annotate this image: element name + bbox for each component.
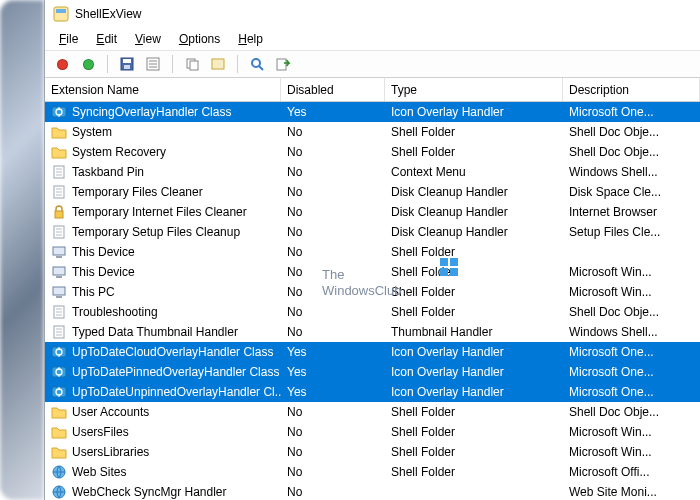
- cell-name: System Recovery: [72, 145, 166, 159]
- svg-rect-11: [212, 59, 224, 69]
- find-icon[interactable]: [246, 53, 268, 75]
- table-row[interactable]: TroubleshootingNoShell FolderShell Doc O…: [45, 302, 700, 322]
- app-icon: [53, 6, 69, 22]
- cell-disabled: No: [281, 182, 385, 202]
- cell-description: Shell Doc Obje...: [563, 302, 700, 322]
- header-disabled[interactable]: Disabled: [281, 78, 385, 101]
- menu-help[interactable]: Help: [230, 30, 271, 48]
- copy-icon[interactable]: [181, 53, 203, 75]
- cell-disabled: No: [281, 442, 385, 462]
- cell-disabled: No: [281, 202, 385, 222]
- header-description[interactable]: Description: [563, 78, 700, 101]
- column-headers: Extension Name Disabled Type Description: [45, 78, 700, 102]
- svg-rect-31: [56, 256, 62, 258]
- cell-description: Microsoft Win...: [563, 442, 700, 462]
- cell-disabled: Yes: [281, 382, 385, 402]
- cell-description: Shell Doc Obje...: [563, 402, 700, 422]
- header-extension-name[interactable]: Extension Name: [45, 78, 281, 101]
- cell-description: Microsoft Win...: [563, 282, 700, 302]
- cell-name: UpToDateUnpinnedOverlayHandler Cl...: [72, 385, 281, 399]
- toolbar-separator: [107, 55, 108, 73]
- cell-disabled: No: [281, 302, 385, 322]
- cell-description: Windows Shell...: [563, 162, 700, 182]
- cell-disabled: Yes: [281, 362, 385, 382]
- table-row[interactable]: SyncingOverlayHandler ClassYesIcon Overl…: [45, 102, 700, 122]
- save-icon[interactable]: [116, 53, 138, 75]
- cell-description: Microsoft One...: [563, 342, 700, 362]
- export-icon[interactable]: [272, 53, 294, 75]
- window-title: ShellExView: [75, 7, 141, 21]
- cell-description: Microsoft Win...: [563, 262, 700, 282]
- background-blur: [0, 0, 44, 500]
- cell-name: UsersFiles: [72, 425, 129, 439]
- table-row[interactable]: UpToDateCloudOverlayHandler ClassYesIcon…: [45, 342, 700, 362]
- cell-name: UsersLibraries: [72, 445, 149, 459]
- cell-name: This PC: [72, 285, 115, 299]
- svg-rect-34: [53, 287, 65, 295]
- header-type[interactable]: Type: [385, 78, 563, 101]
- cell-type: Shell Folder: [385, 262, 563, 282]
- cell-description: Microsoft One...: [563, 102, 700, 122]
- svg-rect-25: [55, 211, 63, 218]
- pc-icon: [51, 264, 67, 280]
- table-row[interactable]: Typed Data Thumbnail HandlerNoThumbnail …: [45, 322, 700, 342]
- table-row[interactable]: UsersLibrariesNoShell FolderMicrosoft Wi…: [45, 442, 700, 462]
- cell-disabled: No: [281, 262, 385, 282]
- folder-icon: [51, 424, 67, 440]
- properties-icon[interactable]: [142, 53, 164, 75]
- svg-rect-32: [53, 267, 65, 275]
- cell-type: Shell Folder: [385, 302, 563, 322]
- cell-disabled: No: [281, 462, 385, 482]
- cell-type: Thumbnail Handler: [385, 322, 563, 342]
- cell-name: This Device: [72, 265, 135, 279]
- cell-type: Icon Overlay Handler: [385, 362, 563, 382]
- enable-button[interactable]: [77, 53, 99, 75]
- cell-type: Disk Cleanup Handler: [385, 202, 563, 222]
- cell-name: User Accounts: [72, 405, 149, 419]
- cell-disabled: No: [281, 402, 385, 422]
- doc-icon: [51, 164, 67, 180]
- svg-rect-1: [56, 9, 66, 13]
- cell-type: Shell Folder: [385, 462, 563, 482]
- table-row[interactable]: Temporary Setup Files CleanupNoDisk Clea…: [45, 222, 700, 242]
- cell-type: Context Menu: [385, 162, 563, 182]
- menu-file[interactable]: File: [51, 30, 86, 48]
- svg-rect-4: [124, 65, 130, 69]
- menu-options[interactable]: Options: [171, 30, 228, 48]
- sync-icon: [51, 344, 67, 360]
- table-row[interactable]: User AccountsNoShell FolderShell Doc Obj…: [45, 402, 700, 422]
- table-row[interactable]: This PCNoShell FolderMicrosoft Win...: [45, 282, 700, 302]
- menu-view[interactable]: View: [127, 30, 169, 48]
- cell-disabled: No: [281, 242, 385, 262]
- cell-name: Temporary Internet Files Cleaner: [72, 205, 247, 219]
- refresh-icon[interactable]: [207, 53, 229, 75]
- cell-type: Shell Folder: [385, 442, 563, 462]
- cell-type: Disk Cleanup Handler: [385, 222, 563, 242]
- table-row[interactable]: SystemNoShell FolderShell Doc Obje...: [45, 122, 700, 142]
- table-row[interactable]: Temporary Files CleanerNoDisk Cleanup Ha…: [45, 182, 700, 202]
- table-row[interactable]: UpToDatePinnedOverlayHandler ClassYesIco…: [45, 362, 700, 382]
- doc-icon: [51, 324, 67, 340]
- cell-disabled: Yes: [281, 342, 385, 362]
- disable-button[interactable]: [51, 53, 73, 75]
- pc-icon: [51, 284, 67, 300]
- lock-icon: [51, 204, 67, 220]
- table-row[interactable]: System RecoveryNoShell FolderShell Doc O…: [45, 142, 700, 162]
- cell-type: Shell Folder: [385, 402, 563, 422]
- table-row[interactable]: Web SitesNoShell FolderMicrosoft Offi...: [45, 462, 700, 482]
- table-row[interactable]: This DeviceNoShell Folder: [45, 242, 700, 262]
- table-row[interactable]: Temporary Internet Files CleanerNoDisk C…: [45, 202, 700, 222]
- table-row[interactable]: This DeviceNoShell FolderMicrosoft Win..…: [45, 262, 700, 282]
- cell-description: [563, 242, 700, 262]
- menu-edit[interactable]: Edit: [88, 30, 125, 48]
- cell-description: Microsoft One...: [563, 382, 700, 402]
- table-row[interactable]: Taskband PinNoContext MenuWindows Shell.…: [45, 162, 700, 182]
- cell-type: Disk Cleanup Handler: [385, 182, 563, 202]
- cell-type: Shell Folder: [385, 142, 563, 162]
- table-row[interactable]: UpToDateUnpinnedOverlayHandler Cl...YesI…: [45, 382, 700, 402]
- table-row[interactable]: UsersFilesNoShell FolderMicrosoft Win...: [45, 422, 700, 442]
- table-row[interactable]: WebCheck SyncMgr HandlerNoWeb Site Moni.…: [45, 482, 700, 500]
- cell-name: UpToDateCloudOverlayHandler Class: [72, 345, 273, 359]
- toolbar-separator: [172, 55, 173, 73]
- cell-description: Internet Browser: [563, 202, 700, 222]
